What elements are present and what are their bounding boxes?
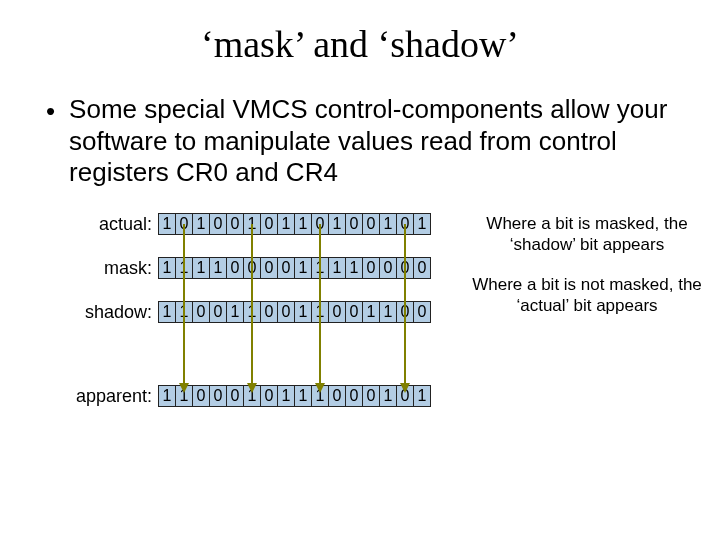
bit-cell: 1 <box>379 385 397 407</box>
bit-cell: 1 <box>226 301 244 323</box>
bit-cell: 1 <box>243 385 261 407</box>
bit-cell: 0 <box>345 301 363 323</box>
bit-cell: 0 <box>379 257 397 279</box>
bit-cell: 1 <box>158 213 176 235</box>
bit-cell: 0 <box>277 301 295 323</box>
row-actual: actual: 1010010110100101 <box>0 213 431 235</box>
bit-cell: 0 <box>260 301 278 323</box>
bit-cell: 0 <box>345 385 363 407</box>
bit-cell: 1 <box>158 385 176 407</box>
bit-cell: 0 <box>226 257 244 279</box>
bullet-text: Some special VMCS control-components all… <box>69 94 674 189</box>
bit-cell: 0 <box>277 257 295 279</box>
label-actual: actual: <box>0 214 158 235</box>
row-mask: mask: 1111000011110000 <box>0 257 431 279</box>
bit-cell: 0 <box>226 385 244 407</box>
bit-cell: 1 <box>311 385 329 407</box>
bit-cell: 0 <box>209 385 227 407</box>
bit-cell: 0 <box>396 213 414 235</box>
bit-cell: 1 <box>209 257 227 279</box>
bits-mask: 1111000011110000 <box>158 257 431 279</box>
bit-cell: 0 <box>311 213 329 235</box>
bit-cell: 0 <box>192 301 210 323</box>
bit-cell: 1 <box>243 213 261 235</box>
bits-shadow: 1100110011001100 <box>158 301 431 323</box>
label-apparent: apparent: <box>0 386 158 407</box>
bit-cell: 0 <box>192 385 210 407</box>
bit-cell: 0 <box>328 385 346 407</box>
diagram: actual: 1010010110100101 mask: 111100001… <box>0 213 720 513</box>
bit-cell: 1 <box>192 213 210 235</box>
bit-cell: 1 <box>379 213 397 235</box>
bit-cell: 0 <box>209 301 227 323</box>
bit-cell: 0 <box>362 213 380 235</box>
bit-cell: 1 <box>192 257 210 279</box>
bit-cell: 1 <box>311 257 329 279</box>
bits-apparent: 1100010111000101 <box>158 385 431 407</box>
bit-cell: 1 <box>175 385 193 407</box>
bit-cell: 1 <box>345 257 363 279</box>
bit-cell: 0 <box>362 385 380 407</box>
bit-cell: 1 <box>158 257 176 279</box>
bit-cell: 0 <box>345 213 363 235</box>
bit-cell: 0 <box>362 257 380 279</box>
bit-cell: 0 <box>413 301 431 323</box>
bit-cell: 1 <box>294 213 312 235</box>
bit-cell: 1 <box>311 301 329 323</box>
bit-cell: 0 <box>260 385 278 407</box>
bits-actual: 1010010110100101 <box>158 213 431 235</box>
bit-cell: 0 <box>243 257 261 279</box>
label-mask: mask: <box>0 258 158 279</box>
slide-title: ‘mask’ and ‘shadow’ <box>0 0 720 66</box>
bit-cell: 0 <box>175 213 193 235</box>
label-shadow: shadow: <box>0 302 158 323</box>
caption-masked: Where a bit is masked, the ‘shadow’ bit … <box>472 213 702 256</box>
bit-cell: 0 <box>328 301 346 323</box>
bit-cell: 1 <box>277 385 295 407</box>
bullet-dot: • <box>46 98 55 124</box>
bit-cell: 0 <box>396 257 414 279</box>
bit-cell: 1 <box>175 301 193 323</box>
bit-cell: 1 <box>413 213 431 235</box>
bullet-block: • Some special VMCS control-components a… <box>0 66 720 189</box>
bit-cell: 1 <box>158 301 176 323</box>
bit-cell: 1 <box>362 301 380 323</box>
bit-cell: 0 <box>209 213 227 235</box>
bit-cell: 1 <box>243 301 261 323</box>
bit-cell: 0 <box>413 257 431 279</box>
bit-cell: 1 <box>413 385 431 407</box>
bit-cell: 1 <box>294 301 312 323</box>
bit-cell: 0 <box>260 213 278 235</box>
bit-cell: 1 <box>328 213 346 235</box>
captions: Where a bit is masked, the ‘shadow’ bit … <box>472 213 702 334</box>
bit-cell: 0 <box>396 385 414 407</box>
bit-cell: 1 <box>175 257 193 279</box>
bit-cell: 0 <box>260 257 278 279</box>
bit-cell: 1 <box>277 213 295 235</box>
bit-cell: 0 <box>226 213 244 235</box>
row-apparent: apparent: 1100010111000101 <box>0 385 431 407</box>
bit-cell: 0 <box>396 301 414 323</box>
bit-cell: 1 <box>379 301 397 323</box>
caption-unmasked: Where a bit is not masked, the ‘actual’ … <box>472 274 702 317</box>
bit-cell: 1 <box>328 257 346 279</box>
bit-cell: 1 <box>294 385 312 407</box>
row-shadow: shadow: 1100110011001100 <box>0 301 431 323</box>
bit-cell: 1 <box>294 257 312 279</box>
